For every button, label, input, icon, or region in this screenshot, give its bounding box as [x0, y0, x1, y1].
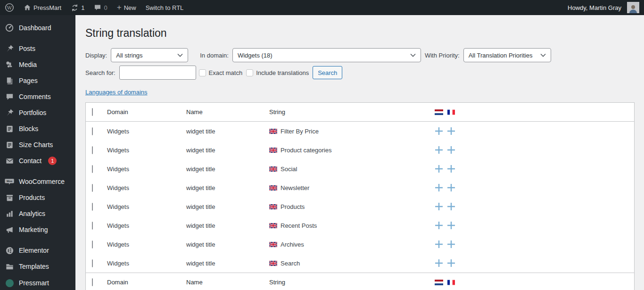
sidebar-item-label: Pressmart	[19, 279, 49, 287]
row-name: widget title	[186, 166, 269, 173]
add-french-translation-icon[interactable]	[445, 146, 457, 154]
sidebar-item-templates[interactable]: Templates	[0, 258, 75, 274]
row-checkbox[interactable]	[92, 222, 93, 230]
row-checkbox[interactable]	[92, 240, 93, 249]
row-domain: Widgets	[107, 147, 186, 154]
sidebar-item-pages[interactable]: Pages	[0, 73, 75, 89]
sidebar-item-label: Pages	[19, 77, 38, 84]
sidebar-item-pressmart[interactable]: Pressmart	[0, 275, 75, 290]
comments-indicator[interactable]: 0	[89, 0, 112, 15]
row-checkbox[interactable]	[92, 127, 93, 135]
search-input[interactable]	[119, 66, 196, 80]
row-string: Products	[281, 203, 305, 210]
add-french-translation-icon[interactable]	[445, 259, 457, 267]
row-checkbox[interactable]	[92, 259, 93, 267]
select-all-checkbox[interactable]	[92, 278, 93, 286]
sidebar-item-label: Marketing	[19, 226, 48, 233]
add-french-translation-icon[interactable]	[445, 240, 457, 249]
add-dutch-translation-icon[interactable]	[433, 221, 445, 230]
sidebar-item-woocommerce[interactable]: Woo WooCommerce	[0, 174, 75, 190]
add-dutch-translation-icon[interactable]	[433, 240, 445, 249]
row-checkbox[interactable]	[92, 165, 93, 173]
search-for-label: Search for:	[85, 69, 116, 76]
add-french-translation-icon[interactable]	[445, 127, 457, 135]
filter-row-search: Search for: Exact match Include translat…	[85, 66, 635, 80]
contact-count-badge: 1	[48, 157, 57, 165]
add-dutch-translation-icon[interactable]	[433, 127, 445, 135]
bar-chart-icon	[5, 209, 14, 218]
sidebar-item-elementor[interactable]: Elementor	[0, 242, 75, 258]
sidebar-item-comments[interactable]: Comments	[0, 89, 75, 105]
updates-indicator[interactable]: 1	[66, 0, 89, 15]
add-french-translation-icon[interactable]	[445, 165, 457, 173]
add-dutch-translation-icon[interactable]	[433, 183, 445, 192]
row-domain: Widgets	[107, 203, 186, 210]
add-dutch-translation-icon[interactable]	[433, 146, 445, 154]
sidebar-item-marketing[interactable]: Marketing	[0, 222, 75, 238]
chevron-down-icon	[177, 53, 183, 57]
megaphone-icon	[5, 225, 14, 234]
add-dutch-translation-icon[interactable]	[433, 259, 445, 267]
wordpress-logo-icon[interactable]: W	[0, 0, 19, 15]
new-content-menu[interactable]: + New	[112, 0, 141, 15]
sidebar-item-products[interactable]: Products	[0, 190, 75, 206]
pages-icon	[5, 76, 14, 85]
add-french-translation-icon[interactable]	[445, 183, 457, 192]
add-french-translation-icon[interactable]	[445, 202, 457, 211]
pushpin-icon	[5, 108, 14, 117]
column-header-domain: Domain	[107, 108, 186, 116]
row-checkbox[interactable]	[92, 203, 93, 211]
display-select[interactable]: All strings	[111, 48, 188, 62]
envelope-icon	[5, 156, 14, 166]
sidebar-item-media[interactable]: Media	[0, 57, 75, 73]
sidebar-item-label: Contact	[19, 157, 41, 165]
add-french-translation-icon[interactable]	[445, 221, 457, 230]
sidebar-item-label: Analytics	[19, 210, 45, 217]
menu-separator	[0, 169, 75, 174]
search-button[interactable]: Search	[313, 66, 342, 79]
site-menu[interactable]: PressMart	[19, 0, 66, 15]
languages-of-domains-link[interactable]: Languages of domains	[85, 89, 148, 96]
sidebar-item-blocks[interactable]: Blocks	[0, 121, 75, 137]
table-row: Widgets widget title Product categories	[86, 141, 634, 159]
sidebar-item-label: Portfolios	[19, 109, 46, 116]
france-flag-icon	[447, 280, 455, 285]
select-all-checkbox[interactable]	[92, 108, 93, 116]
sidebar-item-posts[interactable]: Posts	[0, 41, 75, 57]
add-dutch-translation-icon[interactable]	[433, 202, 445, 211]
exact-match-checkbox[interactable]	[199, 69, 206, 76]
sidebar-item-portfolios[interactable]: Portfolios	[0, 105, 75, 121]
row-string: Archives	[281, 241, 304, 248]
update-icon	[71, 4, 79, 12]
include-translations-checkbox[interactable]	[246, 69, 253, 76]
woocommerce-icon: Woo	[5, 177, 14, 186]
sidebar-item-contact[interactable]: Contact 1	[0, 153, 75, 169]
domain-select[interactable]: Widgets (18)	[232, 48, 421, 62]
priority-select[interactable]: All Translation Priorities	[463, 48, 551, 62]
sidebar-item-dashboard[interactable]: Dashboard	[0, 20, 75, 36]
english-flag-icon	[269, 223, 277, 228]
row-name: widget title	[186, 241, 269, 248]
english-flag-icon	[269, 129, 277, 134]
sidebar-item-label: Posts	[19, 45, 35, 52]
document-icon	[5, 124, 14, 133]
add-dutch-translation-icon[interactable]	[433, 165, 445, 173]
sidebar-item-label: Dashboard	[19, 24, 51, 32]
row-checkbox[interactable]	[92, 146, 93, 154]
table-footer-row: Domain Name String	[86, 273, 634, 290]
row-name: widget title	[186, 203, 269, 210]
row-name: widget title	[186, 147, 269, 154]
document-icon	[5, 140, 14, 149]
english-flag-icon	[269, 185, 277, 191]
priority-select-value: All Translation Priorities	[469, 52, 533, 59]
row-name: widget title	[186, 260, 269, 267]
sidebar-item-size-charts[interactable]: Size Charts	[0, 137, 75, 153]
switch-to-rtl-link[interactable]: Switch to RTL	[141, 0, 189, 15]
include-translations-label: Include translations	[256, 69, 309, 76]
exact-match-label: Exact match	[209, 69, 243, 76]
row-checkbox[interactable]	[92, 184, 93, 192]
account-menu[interactable]: Howdy, Martin Gray	[563, 0, 644, 15]
english-flag-icon	[269, 242, 277, 247]
row-domain: Widgets	[107, 222, 186, 229]
sidebar-item-analytics[interactable]: Analytics	[0, 206, 75, 222]
